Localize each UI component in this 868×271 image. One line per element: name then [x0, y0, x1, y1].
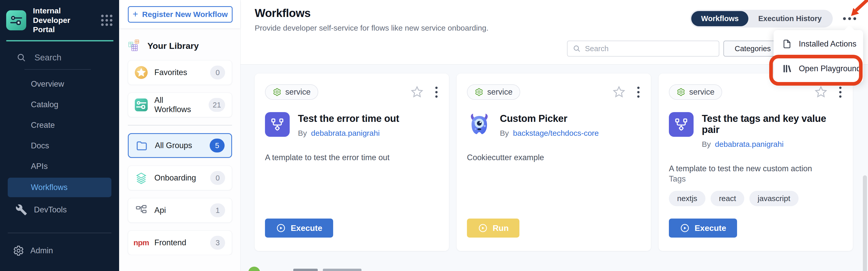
- search-input[interactable]: [585, 44, 714, 53]
- gear-icon: [677, 88, 685, 96]
- sidebar-item-admin[interactable]: Admin: [0, 233, 119, 256]
- workflow-card-error-time-out: service Test the error time out: [255, 73, 449, 251]
- favorite-star-icon[interactable]: [612, 85, 626, 99]
- menu-item-installed-actions[interactable]: Installed Actions: [774, 32, 863, 56]
- sidebar-search-divider: [25, 69, 91, 70]
- sidebar-item-apis[interactable]: APIs: [0, 156, 119, 177]
- service-chip: service: [669, 84, 722, 100]
- view-toggle: Workflows Execution History: [690, 10, 833, 28]
- categories-dropdown[interactable]: Categories: [723, 41, 782, 57]
- next-section-text-stub: [293, 269, 318, 271]
- wrench-icon: [16, 204, 27, 216]
- card-menu-icon[interactable]: [636, 86, 641, 99]
- brand-logo-icon[interactable]: [6, 10, 26, 30]
- tag-pill: javascript: [749, 191, 799, 206]
- vertical-scrollbar[interactable]: [863, 175, 867, 271]
- library-item-frontend[interactable]: npm Frontend 3: [128, 230, 232, 255]
- service-chip: service: [265, 84, 318, 100]
- library-item-favorites[interactable]: Favorites 0: [128, 60, 232, 85]
- owner-link[interactable]: debabrata.panigrahi: [311, 129, 380, 138]
- brand-title: Internal Developer Portal: [33, 6, 93, 34]
- gear-icon: [13, 245, 24, 256]
- register-new-workflow-button[interactable]: + Register New Workflow: [128, 6, 232, 23]
- sidebar-item-devtools[interactable]: DevTools: [0, 198, 119, 222]
- layers-icon: [135, 171, 148, 184]
- owner-link[interactable]: debabrata.panigrahi: [715, 140, 784, 148]
- library-item-api[interactable]: Api 1: [128, 198, 232, 223]
- workflow-template-icon: [265, 112, 290, 137]
- search-icon: [573, 44, 581, 53]
- tab-workflows[interactable]: Workflows: [691, 11, 748, 26]
- sidebar-search-label: Search: [34, 53, 61, 63]
- workflow-card-tags-key-value: service Test the tags and key value pair: [659, 73, 853, 251]
- library-body: Your Library Favorites 0 All Workflows 2…: [119, 28, 240, 255]
- nodes-icon: [135, 204, 148, 217]
- register-section: + Register New Workflow: [119, 0, 240, 28]
- tags-section: Tags nextjs react javascript: [669, 174, 842, 206]
- brand-row: Internal Developer Portal: [0, 0, 119, 40]
- workflow-toolbar: Categories: [567, 41, 782, 57]
- header-controls: Workflows Execution History: [690, 10, 857, 28]
- tag-pill: nextjs: [669, 191, 705, 206]
- apps-grid-icon[interactable]: [101, 15, 113, 26]
- primary-sidebar: Internal Developer Portal Search Overvie…: [0, 0, 119, 271]
- workflow-template-icon: [669, 112, 693, 137]
- sidebar-nav: Overview Catalog Create Docs APIs Workfl…: [0, 74, 119, 222]
- favorite-star-icon[interactable]: [814, 85, 828, 99]
- npm-logo: npm: [135, 236, 148, 249]
- workflow-icon: [135, 99, 148, 111]
- workflow-grid: service Test the error time out: [241, 65, 868, 271]
- gear-icon: [475, 88, 484, 96]
- sidebar-search[interactable]: Search: [0, 41, 119, 63]
- library-title: Your Library: [147, 41, 199, 51]
- tag-pill: react: [711, 191, 744, 206]
- library-header: Your Library: [128, 39, 232, 53]
- count-badge: 3: [210, 236, 225, 250]
- play-icon: [276, 223, 286, 233]
- count-badge: 1: [210, 203, 225, 217]
- favorite-star-icon[interactable]: [410, 85, 424, 99]
- sidebar-item-overview[interactable]: Overview: [0, 74, 119, 94]
- app-root: Internal Developer Portal Search Overvie…: [0, 0, 868, 271]
- library-icon: [782, 64, 792, 74]
- star-coin-icon: [135, 66, 148, 79]
- count-badge: 5: [210, 139, 225, 153]
- monster-icon: [467, 112, 492, 137]
- play-icon: [478, 223, 488, 233]
- card-description: A template to test the error time out: [265, 152, 439, 163]
- document-icon: [782, 39, 792, 49]
- library-cubes-icon: [128, 39, 141, 53]
- more-menu-button[interactable]: [842, 16, 857, 22]
- next-section-text-stub: [323, 269, 362, 271]
- workflow-card-custom-picker: service: [457, 73, 651, 251]
- execute-button[interactable]: Execute: [265, 218, 333, 238]
- menu-item-open-playground[interactable]: Open Playground: [774, 56, 863, 81]
- card-title: Test the tags and key value pair: [702, 113, 842, 135]
- card-title: Custom Picker: [500, 113, 599, 124]
- sidebar-item-create[interactable]: Create: [0, 115, 119, 135]
- card-description: A template to test the new custom action: [669, 163, 842, 174]
- library-item-onboarding[interactable]: Onboarding 0: [128, 166, 232, 190]
- folder-icon: [135, 139, 148, 152]
- library-item-all-groups[interactable]: All Groups 5: [128, 133, 232, 158]
- run-button[interactable]: Run: [467, 218, 519, 238]
- sidebar-item-workflows[interactable]: Workflows: [8, 178, 112, 197]
- tab-execution-history[interactable]: Execution History: [748, 11, 832, 26]
- card-menu-icon[interactable]: [838, 86, 842, 99]
- search-icon: [17, 53, 26, 63]
- execute-button[interactable]: Execute: [669, 218, 737, 238]
- more-menu-dropdown: Installed Actions Open Playground: [774, 30, 863, 82]
- workflow-search-box: [567, 41, 719, 57]
- gear-icon: [273, 88, 281, 96]
- card-title: Test the error time out: [298, 113, 399, 124]
- tags-label: Tags: [669, 174, 842, 183]
- count-badge: 21: [209, 98, 225, 112]
- library-panel: + Register New Workflow Your Library Fav…: [119, 0, 241, 271]
- count-badge: 0: [210, 171, 225, 185]
- sidebar-item-docs[interactable]: Docs: [0, 135, 119, 156]
- owner-link[interactable]: backstage/techdocs-core: [513, 129, 599, 138]
- count-badge: 0: [210, 66, 225, 79]
- library-item-all-workflows[interactable]: All Workflows 21: [128, 93, 232, 117]
- sidebar-item-catalog[interactable]: Catalog: [0, 94, 119, 115]
- card-menu-icon[interactable]: [434, 86, 439, 99]
